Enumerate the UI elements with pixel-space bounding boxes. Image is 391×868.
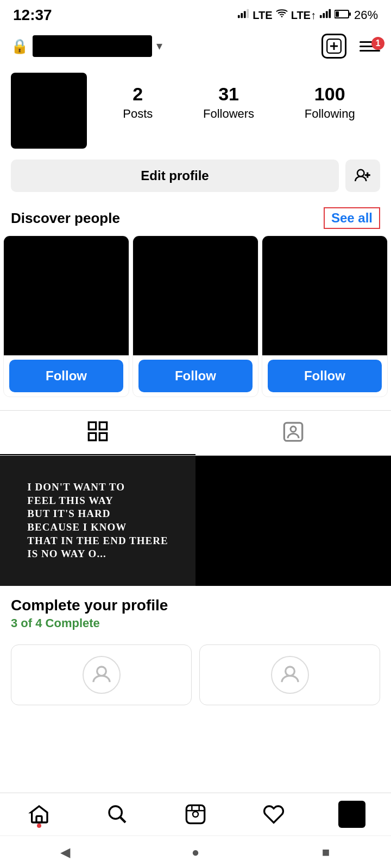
posts-count: 2 — [133, 84, 143, 105]
complete-suffix: Complete — [46, 616, 100, 630]
post-text-content: I DON'T WANT TOFEEL THIS WAYBUT IT'S HAR… — [27, 481, 168, 561]
tab-grid[interactable] — [0, 411, 195, 455]
status-bar: 12:37 LTE LTE↑ — [0, 0, 391, 28]
lock-icon: 🔒 — [11, 38, 28, 55]
nav-profile[interactable] — [336, 801, 368, 828]
discover-card-1: Follow — [3, 235, 129, 397]
following-stat[interactable]: 100 Following — [305, 84, 355, 121]
discover-cards: Follow Follow Follow — [0, 235, 391, 406]
post-item-2[interactable] — [195, 456, 391, 586]
follow-button-1[interactable]: Follow — [9, 360, 123, 392]
svg-rect-2 — [244, 11, 246, 18]
complete-count: 3 of 4 — [11, 616, 42, 630]
svg-point-15 — [357, 170, 364, 177]
svg-rect-21 — [99, 433, 106, 440]
post-item-1[interactable]: I DON'T WANT TOFEEL THIS WAYBUT IT'S HAR… — [0, 456, 195, 586]
svg-rect-11 — [336, 11, 339, 17]
complete-cards — [0, 636, 391, 716]
status-icons: LTE LTE↑ 26% — [237, 8, 378, 23]
battery-icon — [335, 8, 351, 22]
profile-tabs — [0, 410, 391, 456]
svg-point-4 — [281, 16, 282, 17]
posts-label: Posts — [123, 107, 153, 121]
follow-button-2[interactable]: Follow — [138, 360, 253, 392]
svg-rect-20 — [89, 433, 96, 440]
complete-card-icon-1 — [83, 656, 121, 694]
username-redacted — [33, 35, 152, 57]
signal2-icon — [319, 8, 331, 23]
signal-icon — [237, 8, 249, 23]
android-back-button[interactable]: ◀ — [49, 841, 81, 863]
bottom-nav — [0, 793, 391, 835]
svg-rect-6 — [323, 13, 325, 18]
lte-text: LTE — [253, 9, 272, 22]
followers-count: 31 — [218, 84, 239, 105]
posts-grid: I DON'T WANT TOFEEL THIS WAYBUT IT'S HAR… — [0, 456, 391, 586]
nav-profile-thumb — [338, 801, 365, 828]
post-text-overlay: I DON'T WANT TOFEEL THIS WAYBUT IT'S HAR… — [0, 456, 195, 586]
status-time: 12:37 — [13, 7, 52, 24]
svg-rect-8 — [329, 9, 331, 18]
home-active-dot — [37, 824, 41, 828]
add-person-button[interactable] — [345, 159, 380, 192]
top-nav-right: 1 — [321, 34, 380, 59]
top-nav: 🔒 ▾ 1 — [0, 28, 391, 64]
android-nav: ◀ ● ■ — [0, 835, 391, 868]
wifi-icon — [276, 8, 288, 23]
discover-header: Discover people See all — [0, 201, 391, 235]
person-tag-icon — [282, 421, 304, 445]
following-label: Following — [305, 107, 355, 121]
edit-profile-section: Edit profile — [0, 159, 391, 201]
profile-avatar[interactable] — [11, 73, 87, 149]
nav-search[interactable] — [101, 801, 134, 828]
svg-rect-19 — [99, 422, 106, 429]
svg-line-28 — [121, 818, 125, 822]
see-all-button[interactable]: See all — [324, 207, 380, 229]
battery-percentage: 26% — [354, 8, 378, 22]
followers-stat[interactable]: 31 Followers — [203, 84, 254, 121]
add-post-button[interactable] — [321, 34, 346, 59]
tab-tagged[interactable] — [195, 411, 391, 455]
nav-activity[interactable] — [257, 801, 290, 828]
top-nav-left: 🔒 ▾ — [11, 35, 162, 57]
android-recents-button[interactable]: ■ — [310, 841, 342, 863]
complete-card-1[interactable] — [11, 644, 192, 705]
svg-rect-0 — [238, 15, 240, 18]
complete-profile-subtitle: 3 of 4 Complete — [11, 616, 380, 630]
complete-card-icon-2 — [271, 656, 309, 694]
lte2-text: LTE↑ — [291, 9, 316, 22]
complete-card-2[interactable] — [199, 644, 380, 705]
following-count: 100 — [314, 84, 345, 105]
nav-home[interactable] — [23, 801, 55, 828]
svg-rect-3 — [247, 9, 249, 18]
discover-card-3: Follow — [262, 235, 388, 397]
complete-profile-section: Complete your profile 3 of 4 Complete — [0, 586, 391, 636]
complete-profile-title: Complete your profile — [11, 597, 380, 614]
svg-rect-18 — [89, 422, 96, 429]
svg-point-27 — [109, 806, 122, 819]
menu-button[interactable]: 1 — [360, 41, 380, 52]
svg-rect-1 — [241, 13, 243, 18]
edit-profile-button[interactable]: Edit profile — [11, 159, 339, 192]
dropdown-arrow-icon[interactable]: ▾ — [156, 39, 162, 53]
discover-card-2: Follow — [133, 235, 258, 397]
android-home-button[interactable]: ● — [179, 841, 212, 863]
follow-button-3[interactable]: Follow — [268, 360, 382, 392]
svg-rect-10 — [349, 12, 351, 16]
card-image-3 — [262, 236, 387, 355]
discover-title: Discover people — [11, 210, 120, 227]
svg-point-25 — [285, 667, 294, 676]
svg-rect-7 — [326, 11, 328, 18]
nav-reels[interactable] — [179, 801, 212, 828]
svg-point-24 — [97, 667, 106, 676]
card-image-2 — [133, 236, 258, 355]
svg-rect-26 — [36, 816, 42, 822]
svg-rect-29 — [186, 805, 204, 823]
posts-stat[interactable]: 2 Posts — [123, 84, 153, 121]
svg-rect-5 — [320, 15, 322, 18]
svg-point-23 — [291, 426, 296, 432]
followers-label: Followers — [203, 107, 254, 121]
card-image-1 — [4, 236, 129, 355]
profile-stats: 2 Posts 31 Followers 100 Following — [98, 73, 380, 121]
grid-icon — [87, 420, 109, 444]
